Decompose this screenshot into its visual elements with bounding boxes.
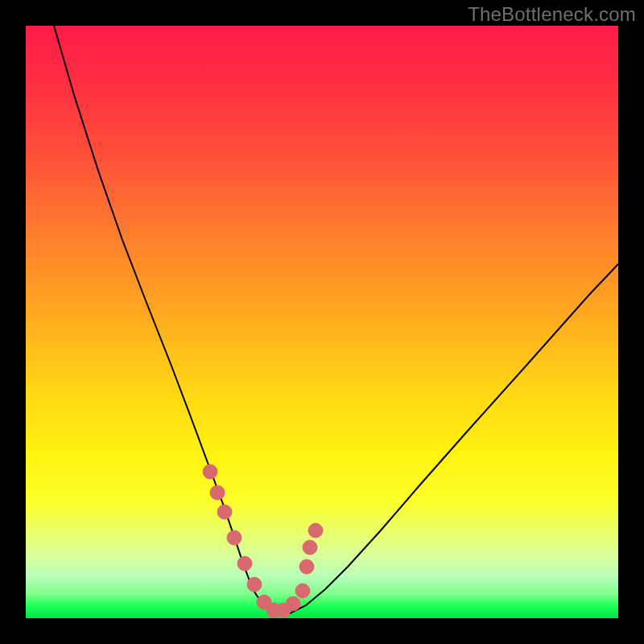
marker-point [210,485,225,500]
marker-point [299,559,314,574]
watermark-text: TheBottleneck.com [468,3,636,26]
marker-layer [26,26,618,618]
highlighted-points [203,464,323,617]
marker-point [308,523,323,538]
marker-point [286,597,300,611]
marker-point [295,584,310,598]
plot-area [26,26,618,618]
marker-point [227,530,242,545]
marker-point [247,577,262,592]
marker-point [237,556,252,571]
outer-frame: TheBottleneck.com [0,0,644,644]
marker-point [303,540,317,555]
marker-point [217,505,232,519]
marker-point [203,464,217,479]
